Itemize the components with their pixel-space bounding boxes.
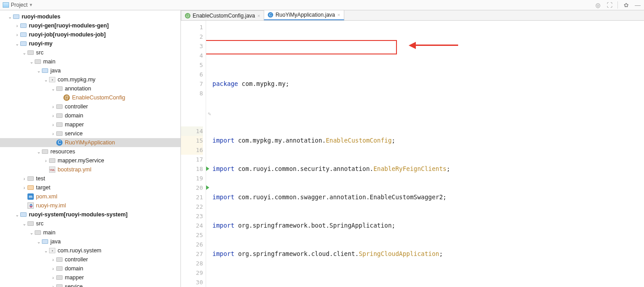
expand-toggle-icon[interactable]: ⌄	[43, 248, 49, 253]
kw-import: import	[212, 222, 234, 229]
tree-item[interactable]: ›domain	[0, 264, 180, 273]
expand-toggle-icon[interactable]: ⌄	[36, 239, 41, 244]
gutter-line: 16	[181, 145, 203, 155]
tree-item[interactable]: ⌄main	[0, 57, 180, 66]
tree-item[interactable]: ›mapper.myService	[0, 156, 180, 165]
tree-item[interactable]: ⌄main	[0, 228, 180, 237]
tree-item[interactable]: ›service	[0, 282, 180, 287]
expand-toggle-icon[interactable]: ⌄	[43, 77, 49, 82]
tree-item[interactable]: ⌄src	[0, 48, 180, 57]
expand-toggle-icon[interactable]: ⌄	[22, 221, 27, 226]
gutter: 12345678✎1415161718192021222324252627282…	[181, 21, 206, 287]
close-icon[interactable]: ×	[257, 13, 260, 18]
tree-item[interactable]: @EnableCustomConfig	[0, 93, 180, 102]
code-text: com.mypkg.my.annotation.	[234, 137, 326, 144]
gutter-line: 21	[181, 193, 203, 202]
highlight-box	[206, 40, 397, 54]
gutter-line: 17	[181, 155, 203, 164]
expand-toggle-icon[interactable]: ›	[50, 104, 56, 109]
tree-item[interactable]: ⌄com.ruoyi.system	[0, 246, 180, 255]
tree-item[interactable]: ⌄resources	[0, 147, 180, 156]
tree-item[interactable]: ›mapper	[0, 120, 180, 129]
tree-item[interactable]: ›ruoyi-job [ruoyi-modules-job]	[0, 30, 180, 39]
expand-toggle-icon[interactable]: ⌄	[14, 212, 20, 217]
expand-toggle-icon[interactable]: ›	[50, 257, 56, 262]
expand-icon[interactable]: ⛶	[606, 1, 613, 9]
project-tree[interactable]: ⌄ruoyi-modules›ruoyi-gen [ruoyi-modules-…	[0, 10, 181, 287]
expand-toggle-icon[interactable]: ⌄	[29, 59, 34, 64]
tree-item[interactable]: ⌄annotation	[0, 84, 180, 93]
project-icon	[3, 2, 9, 8]
gear-icon[interactable]: ✿	[622, 1, 630, 9]
expand-toggle-icon[interactable]: ›	[43, 158, 49, 163]
project-label: Project	[11, 2, 27, 8]
toolbar-separator	[617, 1, 618, 9]
tree-item[interactable]: ›domain	[0, 111, 180, 120]
arrow-annotation	[409, 42, 453, 80]
tab-label: EnableCustomConfig.java	[193, 13, 255, 19]
gutter-line: ✎	[181, 108, 203, 117]
expand-toggle-icon[interactable]: ›	[50, 131, 56, 136]
expand-toggle-icon[interactable]: ⌄	[14, 41, 20, 46]
expand-toggle-icon[interactable]: ›	[22, 176, 27, 181]
expand-toggle-icon[interactable]: ⌄	[36, 68, 41, 73]
hide-icon[interactable]: —	[634, 1, 641, 9]
expand-toggle-icon[interactable]: ⌄	[50, 86, 56, 91]
expand-toggle-icon[interactable]: ›	[50, 284, 56, 287]
editor-tab[interactable]: CRuoYiMyApplication.java×	[264, 10, 344, 20]
tree-item[interactable]: ›service	[0, 129, 180, 138]
tree-item[interactable]: ⌄ruoyi-my	[0, 39, 180, 48]
tree-item[interactable]: ruoyi-my.iml	[0, 201, 180, 210]
close-icon[interactable]: ×	[337, 12, 340, 18]
code-text: ;	[446, 165, 450, 172]
tree-item[interactable]: ›ruoyi-gen [ruoyi-modules-gen]	[0, 21, 180, 30]
tree-item[interactable]: ⌄com.mypkg.my	[0, 75, 180, 84]
top-toolbar: Project ▼ ◎ ⛶ ✿ —	[0, 0, 644, 10]
code-text: com.ruoyi.common.security.annotation.	[234, 165, 374, 172]
kw-import: import	[212, 165, 234, 172]
code-text: org.springframework.boot.SpringApplicati…	[234, 222, 396, 229]
expand-toggle-icon[interactable]: ›	[50, 113, 56, 118]
tree-item[interactable]: ›test	[0, 174, 180, 183]
code-text: ;	[392, 137, 395, 144]
tab-label: RuoYiMyApplication.java	[275, 12, 335, 18]
expand-toggle-icon[interactable]: ›	[50, 122, 56, 127]
tree-item[interactable]: ›controller	[0, 255, 180, 264]
code-area[interactable]: package com.mypkg.my; import com.mypkg.m…	[206, 21, 644, 287]
expand-toggle-icon[interactable]: ⌄	[36, 149, 41, 154]
project-dropdown[interactable]: Project ▼	[11, 2, 33, 8]
expand-toggle-icon[interactable]: ›	[14, 32, 20, 37]
expand-toggle-icon[interactable]: ›	[22, 185, 27, 190]
tree-item[interactable]: ›target	[0, 183, 180, 192]
tree-item[interactable]: ›mapper	[0, 273, 180, 282]
code-text: ;	[439, 250, 443, 257]
gutter-line	[181, 98, 203, 108]
gutter-line: 23	[181, 211, 203, 221]
tree-item[interactable]: mpom.xml	[0, 192, 180, 201]
editor-tabs: @EnableCustomConfig.java×CRuoYiMyApplica…	[181, 10, 644, 21]
tree-item[interactable]: ⌄ruoyi-system [ruoyi-modules-system]	[0, 210, 180, 219]
gutter-line: 7	[181, 79, 203, 89]
tree-item[interactable]: ⌄ruoyi-modules	[0, 12, 180, 21]
expand-toggle-icon[interactable]: ⌄	[7, 14, 13, 19]
expand-toggle-icon[interactable]: ⌄	[22, 50, 27, 55]
expand-toggle-icon[interactable]: ⌄	[29, 230, 34, 235]
code-class-ref: EnableCustomConfig	[326, 137, 392, 144]
tree-item[interactable]: ⌄src	[0, 219, 180, 228]
tree-item[interactable]: ⌄java	[0, 66, 180, 75]
expand-toggle-icon[interactable]: ›	[50, 275, 56, 280]
gutter-line: 28	[181, 259, 203, 268]
code-text: org.springframework.cloud.client.	[234, 250, 359, 257]
tree-item[interactable]: YMLbootstrap.yml	[0, 165, 180, 174]
tree-item[interactable]: ›controller	[0, 102, 180, 111]
expand-toggle-icon[interactable]: ›	[14, 23, 20, 28]
java-annotation-icon: @	[185, 13, 190, 18]
tree-item[interactable]: CRuoYiMyApplication	[0, 138, 180, 147]
expand-toggle-icon[interactable]: ›	[50, 266, 56, 271]
gutter-line: 29	[181, 268, 203, 278]
locate-icon[interactable]: ◎	[594, 1, 601, 9]
kw-import: import	[212, 250, 234, 257]
tree-item[interactable]: ⌄java	[0, 237, 180, 246]
code-text: com.mypkg.my;	[238, 80, 289, 87]
editor-tab[interactable]: @EnableCustomConfig.java×	[181, 10, 264, 20]
